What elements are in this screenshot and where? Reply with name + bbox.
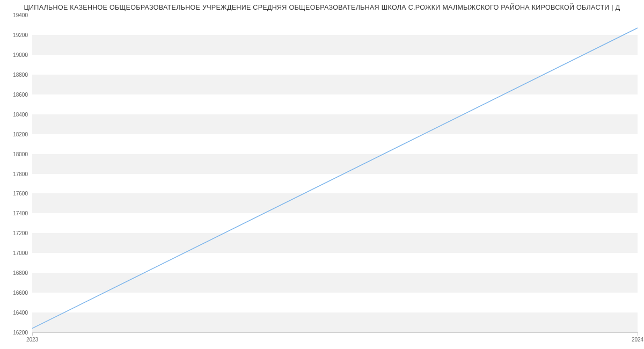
y-tick-label: 17000: [13, 250, 28, 256]
y-tick-label: 18600: [13, 91, 28, 97]
y-tick-label: 19400: [13, 12, 28, 18]
y-tick-label: 19200: [13, 32, 28, 38]
y-tick-label: 17200: [13, 230, 28, 236]
x-tick-mark: [32, 332, 33, 336]
x-tick-mark: [638, 332, 638, 336]
y-tick-label: 18800: [13, 71, 28, 77]
y-tick-label: 18200: [13, 131, 28, 137]
y-tick-label: 16600: [13, 290, 28, 296]
y-tick-label: 16200: [13, 330, 28, 336]
y-tick-label: 16800: [13, 270, 28, 276]
x-tick-label: 2023: [26, 337, 38, 343]
data-line: [32, 28, 638, 329]
y-tick-label: 18000: [13, 151, 28, 157]
line-svg: [32, 15, 638, 332]
y-tick-label: 16400: [13, 310, 28, 316]
chart-container: ЦИПАЛЬНОЕ КАЗЕННОЕ ОБЩЕОБРАЗОВАТЕЛЬНОЕ У…: [0, 0, 644, 349]
y-tick-label: 17800: [13, 171, 28, 177]
y-tick-label: 17600: [13, 191, 28, 197]
y-tick-label: 18400: [13, 111, 28, 117]
y-tick-label: 19000: [13, 52, 28, 57]
y-tick-label: 17400: [13, 210, 28, 216]
chart-title: ЦИПАЛЬНОЕ КАЗЕННОЕ ОБЩЕОБРАЗОВАТЕЛЬНОЕ У…: [0, 0, 644, 14]
plot-area: 1620016400166001680017000172001740017600…: [32, 15, 638, 333]
x-tick-label: 2024: [632, 337, 643, 343]
